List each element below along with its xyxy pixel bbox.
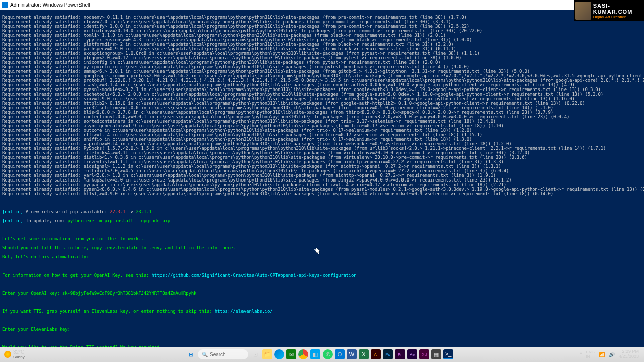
brand-name: SASI-KUMAR.COM (593, 3, 643, 15)
requirement-line: Requirement already satisfied: h11<1,>=0… (2, 192, 642, 196)
notice-label: [notice] (2, 209, 23, 214)
elevenlabs-prompt: Enter your ElevenLabs key: (2, 327, 642, 332)
explorer-icon[interactable]: 📁 (262, 349, 272, 359)
outlook-icon[interactable]: O (335, 349, 345, 359)
adobe-ps-icon[interactable]: Ps (383, 349, 393, 359)
taskbar-search[interactable]: 🔍 Search (198, 349, 248, 359)
windows-taskbar[interactable]: 32°C Sunny ⊞ 🔍 Search ⊡ 📁 ✉ ◧ ✆ O W X Ai… (0, 347, 644, 362)
brand-tagline: Digital Art Creation (593, 15, 643, 19)
adobe-ai-icon[interactable]: Ai (371, 349, 381, 359)
start-button[interactable]: ⊞ (186, 349, 196, 359)
word-icon[interactable]: W (347, 349, 357, 359)
weather-icon (4, 351, 11, 358)
window-title: Administrator: Windows PowerShell (10, 2, 90, 8)
chrome-icon[interactable] (298, 349, 308, 359)
edge-icon[interactable] (274, 349, 284, 359)
volume-icon[interactable]: 🔊 (609, 352, 615, 357)
taskbar-clock[interactable]: 2:29 PM 4/23/2023 (619, 349, 639, 359)
search-icon: 🔍 (202, 352, 208, 357)
openai-key-prompt: Enter your OpenAI key: sk-98bjyFe4W9vCdF… (2, 291, 642, 296)
setup-intro-1: Let's get some information from you for … (2, 237, 642, 241)
brand-watermark: SASI-KUMAR.COM Digital Art Creation (574, 0, 644, 21)
setup-intro-2: Should you not fill this in here, copy .… (2, 246, 642, 250)
adobe-pr-icon[interactable]: Pr (395, 349, 405, 359)
powershell-taskbar-icon[interactable]: >_ (443, 349, 453, 359)
adobe-ae-icon[interactable]: Ae (407, 349, 417, 359)
wifi-icon[interactable]: 📶 (599, 352, 605, 357)
taskbar-weather[interactable]: 32°C Sunny (0, 349, 65, 359)
adobe-xd-icon[interactable]: Xd (419, 349, 429, 359)
setup-intro-3: But, let's do this automatically: (2, 255, 642, 259)
task-view-icon[interactable]: ⊡ (250, 349, 260, 359)
avatar (575, 2, 591, 20)
elevenlabs-link[interactable]: https://elevenlabs.io/ (215, 309, 273, 314)
tray-language[interactable]: ENGIN (586, 350, 595, 359)
terminal-output[interactable]: Requirement already satisfied: nodeenv>=… (0, 10, 644, 362)
excel-icon[interactable]: X (359, 349, 369, 359)
window-titlebar: Administrator: Windows PowerShell ─ ☐ ✕ (0, 0, 644, 10)
powershell-icon (2, 2, 8, 8)
app-icon-3[interactable]: ▦ (431, 349, 441, 359)
tray-chevron-icon[interactable]: ˄ (580, 352, 582, 357)
openai-link[interactable]: https://github.com/Significant-Gravitas/… (151, 273, 356, 278)
app-icon-1[interactable]: ✉ (286, 349, 296, 359)
app-icon-2[interactable]: ◧ (310, 349, 320, 359)
whatsapp-icon[interactable]: ✆ (323, 349, 333, 359)
